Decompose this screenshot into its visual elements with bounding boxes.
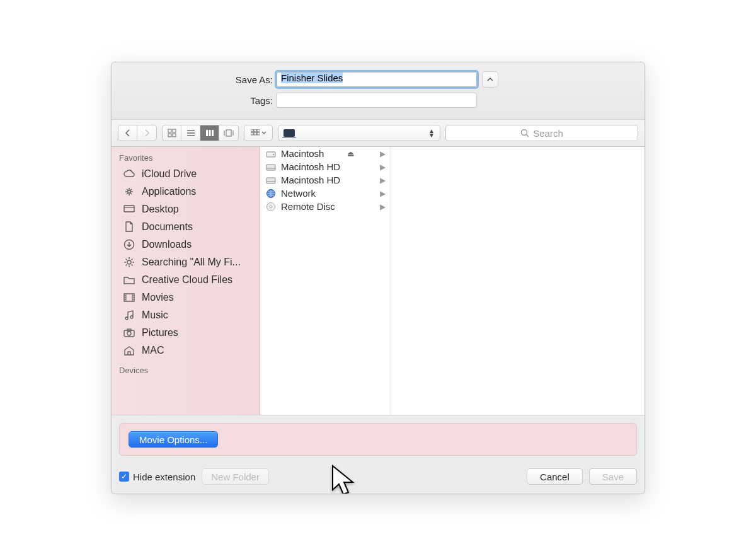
svg-line-31 — [132, 265, 133, 266]
svg-rect-13 — [251, 129, 253, 132]
saveas-label: Save As: — [112, 74, 277, 85]
forward-button[interactable] — [137, 125, 156, 141]
sidebar: Favorites iCloud Drive Applications Desk… — [112, 147, 260, 415]
svg-point-54 — [270, 206, 272, 208]
svg-line-32 — [132, 259, 133, 260]
chevron-right-icon: ▶ — [380, 149, 386, 158]
checkmark-icon: ✓ — [119, 472, 129, 482]
svg-point-19 — [522, 130, 527, 136]
svg-rect-14 — [254, 129, 256, 132]
file-browser: Favorites iCloud Drive Applications Desk… — [112, 147, 644, 415]
sidebar-item-music[interactable]: Music — [112, 306, 260, 324]
column-row[interactable]: Remote Disc ▶ — [260, 200, 391, 213]
chevron-right-icon: ▶ — [380, 176, 386, 185]
browser-preview-pane — [391, 147, 644, 415]
downloads-icon — [123, 239, 135, 250]
svg-rect-22 — [124, 206, 134, 212]
chevron-right-icon: ▶ — [380, 202, 386, 211]
format-options-bar: Movie Options... — [119, 423, 637, 456]
music-icon — [123, 310, 135, 321]
svg-rect-0 — [168, 129, 171, 132]
svg-point-25 — [127, 260, 131, 264]
svg-rect-7 — [206, 130, 208, 136]
folder-icon — [123, 274, 135, 286]
svg-rect-8 — [209, 130, 210, 136]
svg-rect-16 — [251, 132, 253, 135]
hd-icon — [265, 162, 277, 172]
documents-icon — [123, 221, 135, 233]
save-dialog: Save As: Finisher Slides Tags: — [111, 62, 645, 494]
view-list-button[interactable] — [181, 125, 200, 141]
new-folder-button[interactable]: New Folder — [202, 468, 269, 485]
svg-rect-9 — [212, 130, 214, 136]
arrange-menu-button[interactable] — [244, 125, 273, 141]
favorites-header: Favorites — [112, 147, 260, 165]
svg-line-33 — [126, 265, 127, 266]
svg-rect-17 — [254, 132, 256, 135]
tags-input[interactable] — [277, 93, 477, 108]
tags-label: Tags: — [112, 95, 277, 106]
dialog-bottom-bar: ✓ Hide extension New Folder Cancel Save — [112, 463, 644, 494]
pictures-icon — [123, 327, 135, 339]
sidebar-item-home[interactable]: MAC — [112, 342, 260, 359]
devices-header: Devices — [112, 359, 260, 378]
desktop-icon — [123, 204, 135, 215]
view-icons-button[interactable] — [163, 125, 181, 141]
svg-rect-3 — [173, 134, 176, 137]
cloud-icon — [123, 168, 135, 180]
browser-toolbar: ▲▼ Search — [112, 119, 644, 147]
sidebar-item-movies[interactable]: Movies — [112, 289, 260, 306]
save-button[interactable]: Save — [589, 468, 637, 485]
hd-icon — [265, 175, 277, 185]
gear-icon — [123, 257, 135, 268]
drive-icon — [265, 149, 277, 159]
sidebar-item-ccfiles[interactable]: Creative Cloud Files — [112, 271, 260, 289]
svg-rect-15 — [257, 129, 260, 132]
svg-point-21 — [128, 190, 131, 194]
column-row[interactable]: Macintosh HD ▶ — [260, 160, 391, 173]
svg-rect-48 — [266, 165, 275, 170]
back-button[interactable] — [118, 125, 137, 141]
svg-rect-18 — [257, 132, 260, 135]
applications-icon — [123, 186, 135, 197]
sidebar-item-icloud[interactable]: iCloud Drive — [112, 165, 260, 183]
cancel-button[interactable]: Cancel — [527, 468, 583, 485]
svg-rect-2 — [168, 134, 171, 137]
column-row[interactable]: Macintosh ⏏ ▶ — [260, 147, 391, 160]
network-icon — [265, 188, 277, 199]
view-mode-segment — [162, 125, 239, 141]
search-icon — [520, 129, 529, 137]
column-row[interactable]: Macintosh HD ▶ — [260, 173, 391, 187]
disc-icon — [265, 202, 277, 212]
browser-column-1: Macintosh ⏏ ▶ Macintosh HD ▶ Macintosh H… — [260, 147, 391, 415]
svg-line-20 — [527, 135, 529, 137]
view-coverflow-button[interactable] — [219, 125, 238, 141]
column-row[interactable]: Network ▶ — [260, 187, 391, 200]
sidebar-item-smartsearch[interactable]: Searching "All My Fi... — [112, 253, 260, 271]
svg-rect-50 — [266, 178, 275, 183]
collapse-toggle-button[interactable] — [482, 71, 498, 88]
chevron-right-icon: ▶ — [380, 189, 386, 198]
sidebar-item-applications[interactable]: Applications — [112, 183, 260, 200]
view-columns-button[interactable] — [200, 125, 219, 141]
sidebar-item-downloads[interactable]: Downloads — [112, 236, 260, 253]
movie-options-button[interactable]: Movie Options... — [129, 431, 218, 448]
location-popup-button[interactable]: ▲▼ — [278, 125, 440, 141]
dialog-header: Save As: Finisher Slides Tags: — [112, 62, 644, 119]
home-icon — [123, 345, 135, 356]
computer-icon — [284, 129, 295, 137]
saveas-input[interactable]: Finisher Slides — [277, 72, 477, 87]
eject-icon[interactable]: ⏏ — [347, 149, 354, 158]
chevron-right-icon: ▶ — [380, 163, 386, 171]
movies-icon — [123, 292, 135, 303]
sidebar-item-documents[interactable]: Documents — [112, 218, 260, 236]
hide-extension-checkbox[interactable]: ✓ Hide extension — [119, 472, 195, 482]
sidebar-item-pictures[interactable]: Pictures — [112, 324, 260, 342]
sidebar-item-desktop[interactable]: Desktop — [112, 200, 260, 218]
svg-rect-1 — [173, 129, 176, 132]
svg-point-47 — [273, 154, 274, 155]
nav-back-forward — [118, 125, 157, 141]
stepper-icon: ▲▼ — [428, 129, 435, 137]
search-field[interactable]: Search — [445, 125, 638, 141]
svg-rect-10 — [226, 130, 231, 136]
